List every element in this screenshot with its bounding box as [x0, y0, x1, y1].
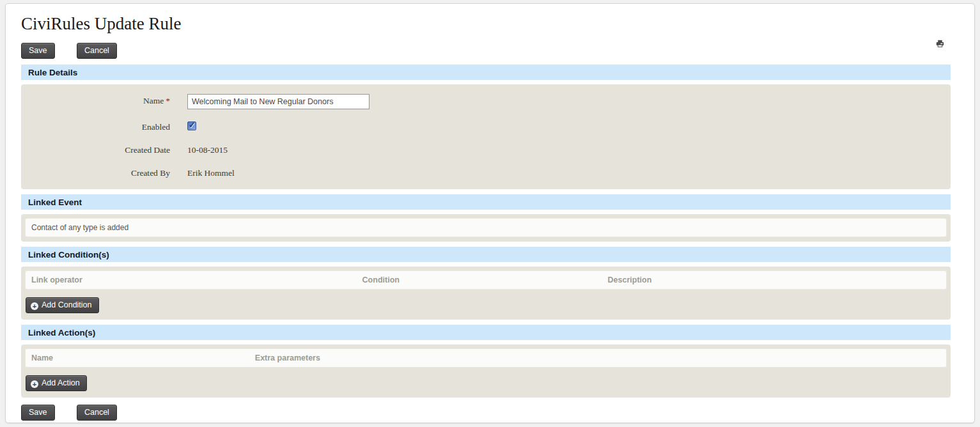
enabled-field-row: Enabled: [21, 120, 951, 132]
actions-table-header: Name Extra parameters: [25, 348, 947, 368]
conditions-table-header: Link operator Condition Description: [25, 270, 947, 290]
top-button-row: Save Cancel: [21, 43, 951, 59]
linked-actions-panel: Name Extra parameters Add Action: [21, 345, 951, 398]
column-extra-parameters: Extra parameters: [255, 353, 940, 362]
page-title: CiviRules Update Rule: [21, 14, 951, 34]
created-by-value: Erik Hommel: [187, 166, 235, 178]
printer-icon[interactable]: [936, 40, 944, 48]
add-action-button[interactable]: Add Action: [26, 375, 87, 391]
created-date-row: Created Date 10-08-2015: [21, 143, 951, 155]
cancel-button-bottom[interactable]: Cancel: [77, 405, 117, 421]
bottom-button-row: Save Cancel: [21, 405, 951, 423]
required-marker: *: [166, 96, 170, 105]
created-by-row: Created By Erik Hommel: [21, 166, 951, 178]
name-field-row: Name*: [21, 94, 951, 109]
name-field-label: Name*: [21, 94, 187, 106]
column-condition: Condition: [362, 276, 608, 284]
save-button[interactable]: Save: [21, 43, 55, 59]
column-description: Description: [608, 276, 940, 284]
save-button-bottom[interactable]: Save: [21, 405, 55, 421]
plus-circle-icon: [31, 302, 38, 310]
linked-event-panel: Contact of any type is added: [21, 214, 951, 242]
rule-details-panel: Name* Enabled Created Date 10-08-2015 Cr…: [21, 84, 951, 189]
linked-conditions-panel: Link operator Condition Description Add …: [21, 267, 951, 320]
section-header-linked-event: Linked Event: [21, 194, 951, 210]
enabled-checkbox[interactable]: [187, 121, 196, 130]
section-header-linked-actions: Linked Action(s): [21, 325, 951, 340]
column-name: Name: [31, 353, 255, 362]
section-header-linked-conditions: Linked Condition(s): [21, 247, 951, 262]
created-date-value: 10-08-2015: [187, 143, 228, 155]
section-header-rule-details: Rule Details: [21, 65, 951, 80]
enabled-field-label: Enabled: [21, 120, 187, 132]
rule-name-input[interactable]: [187, 94, 369, 109]
created-by-label: Created By: [21, 166, 187, 178]
plus-circle-icon: [31, 380, 38, 388]
column-link-operator: Link operator: [31, 276, 362, 284]
page-card: CiviRules Update Rule Save Cancel Rule D…: [5, 3, 975, 423]
linked-event-row: Contact of any type is added: [25, 218, 947, 237]
add-condition-button[interactable]: Add Condition: [26, 297, 99, 313]
main-content: CiviRules Update Rule Save Cancel Rule D…: [6, 14, 974, 423]
cancel-button[interactable]: Cancel: [77, 43, 117, 59]
created-date-label: Created Date: [21, 143, 187, 155]
